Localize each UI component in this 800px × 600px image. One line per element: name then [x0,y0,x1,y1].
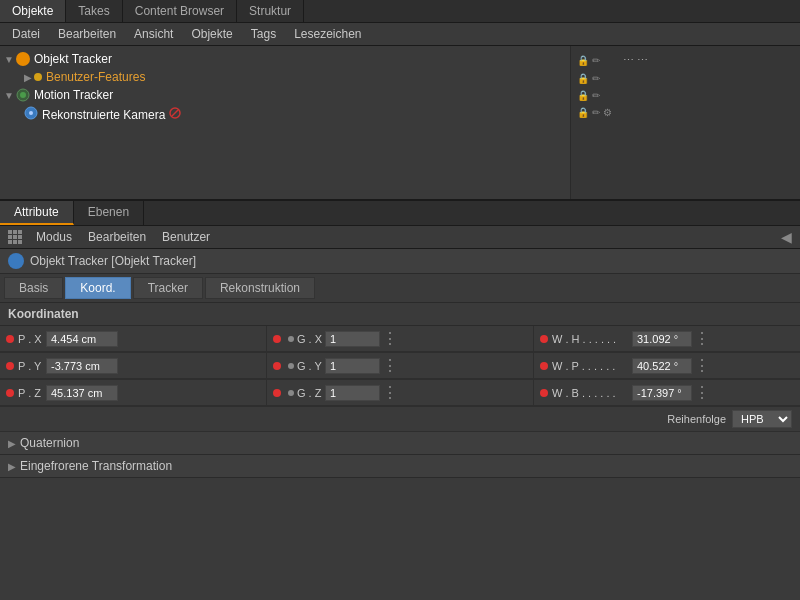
coord-gy: G . Y ⋮ [267,353,534,379]
tab-ebenen[interactable]: Ebenen [74,201,144,225]
expand-icon-3: ▼ [4,90,14,101]
rekonstruierte-kamera-icon [24,106,38,123]
action-icons-container: 🔒 ✏ ⋯ ⋯ 🔒 ✏ 🔒 ✏ 🔒 ✏ ⚙ [575,50,650,122]
stepper-gx[interactable]: ⋮ [382,329,398,348]
coord-input-wp[interactable] [632,358,692,374]
coord-dot-gx [273,335,281,343]
tree-actions-panel: 🔒 ✏ ⋯ ⋯ 🔒 ✏ 🔒 ✏ 🔒 ✏ ⚙ [570,46,800,199]
rekonstruierte-kamera-row-icons: 🔒 ✏ ⚙ [577,105,648,120]
expand-icon: ▼ [4,54,14,65]
svg-line-5 [172,110,178,116]
quaternion-label: Quaternion [20,436,79,450]
tab-struktur[interactable]: Struktur [237,0,304,22]
coord-input-py[interactable] [46,358,118,374]
motion-tracker-icon [16,88,30,102]
edit3-icon: ✏ [592,90,600,101]
tab-content-browser[interactable]: Content Browser [123,0,237,22]
collapse-arrow-icon[interactable]: ◀ [781,229,792,245]
eingefrorene-arrow-icon: ▶ [8,461,16,472]
tree-item-rekonstruierte-kamera[interactable]: Rekonstruierte Kamera [0,104,570,125]
tree-panel: ▼ Objekt Tracker ▶ Benutzer-Features ▼ M… [0,46,570,199]
object-tree: ▼ Objekt Tracker ▶ Benutzer-Features ▼ M… [0,46,800,201]
objekt-tracker-icon [16,52,30,66]
coord-label-py: P . Y [18,360,46,372]
coord-wb: W . B . . . . . . ⋮ [534,380,800,406]
menu-datei[interactable]: Datei [4,25,48,43]
obj-title-text: Objekt Tracker [Objekt Tracker] [30,254,196,268]
lock3-icon: 🔒 [577,90,589,101]
subtab-koord[interactable]: Koord. [65,277,130,299]
benutzer-features-label: Benutzer-Features [46,70,145,84]
coord-dot-wh [540,335,548,343]
coord-row-3: P . Z G . Z ⋮ W . B . . . . . . ⋮ [0,380,800,407]
lock4-icon: 🔒 [577,107,589,118]
subtab-rekonstruktion[interactable]: Rekonstruktion [205,277,315,299]
menu-objekte[interactable]: Objekte [183,25,240,43]
edit2-icon: ✏ [592,73,600,84]
stepper-gy[interactable]: ⋮ [382,356,398,375]
reihenfolge-select[interactable]: HPB PHB PBH BHP [732,410,792,428]
coord-input-pz[interactable] [46,385,118,401]
tree-item-objekt-tracker[interactable]: ▼ Objekt Tracker [0,50,570,68]
reihenfolge-row: Reihenfolge HPB PHB PBH BHP [0,407,800,432]
coord-dot-pz [6,389,14,397]
menu-bearbeiten[interactable]: Bearbeiten [50,25,124,43]
subtab-tracker[interactable]: Tracker [133,277,203,299]
stepper-gz[interactable]: ⋮ [382,383,398,402]
coord-dot-gy [273,362,281,370]
lock2-icon: 🔒 [577,73,589,84]
edit-icon: ✏ [592,55,600,66]
stepper-wp[interactable]: ⋮ [694,356,710,375]
coord-input-gx[interactable] [325,331,380,347]
tab-attribute[interactable]: Attribute [0,201,74,225]
coord-dot-wb [540,389,548,397]
coord-input-wh[interactable] [632,331,692,347]
attr-menu-bearbeiten[interactable]: Bearbeiten [80,228,154,246]
stepper-wb[interactable]: ⋮ [694,383,710,402]
gear-icon: ⚙ [603,107,612,118]
motion-tracker-label: Motion Tracker [34,88,113,102]
coord-input-wb[interactable] [632,385,692,401]
top-tab-bar: Objekte Takes Content Browser Struktur [0,0,800,23]
attr-tab-bar: Attribute Ebenen [0,201,800,226]
coord-dot-gz [273,389,281,397]
coord-input-gz[interactable] [325,385,380,401]
coord-py: P . Y [0,353,267,379]
sub-tab-bar: Basis Koord. Tracker Rekonstruktion [0,274,800,303]
coord-input-gy[interactable] [325,358,380,374]
tree-item-benutzer-features[interactable]: ▶ Benutzer-Features [0,68,570,86]
svg-point-3 [29,111,33,115]
attr-menu-modus[interactable]: Modus [28,228,80,246]
objekt-tracker-label: Objekt Tracker [34,52,112,66]
expand-icon-2: ▶ [24,72,32,83]
tab-objekte[interactable]: Objekte [0,0,66,22]
coord-dot-small-gz [288,390,294,396]
subtab-basis[interactable]: Basis [4,277,63,299]
menu-tags[interactable]: Tags [243,25,284,43]
menu-ansicht[interactable]: Ansicht [126,25,181,43]
stepper-wh[interactable]: ⋮ [694,329,710,348]
coord-label-pz: P . Z [18,387,46,399]
coord-label-wb: W . B . . . . . . [552,387,632,399]
coord-label-wp: W . P . . . . . . [552,360,632,372]
attr-menu-benutzer[interactable]: Benutzer [154,228,218,246]
svg-point-1 [20,92,26,98]
collapsible-eingefrorene[interactable]: ▶ Eingefrorene Transformation [0,455,800,478]
coord-input-px[interactable] [46,331,118,347]
coord-pz: P . Z [0,380,267,406]
coord-label-px: P . X [18,333,46,345]
objekt-tracker-row-icons: 🔒 ✏ ⋯ ⋯ [577,52,648,69]
attr-menu-bar: Modus Bearbeiten Benutzer ◀ [0,226,800,249]
collapsible-quaternion[interactable]: ▶ Quaternion [0,432,800,455]
tree-item-motion-tracker[interactable]: ▼ Motion Tracker [0,86,570,104]
coord-dot-px [6,335,14,343]
motion-tracker-row-icons: 🔒 ✏ [577,88,648,103]
coord-gz: G . Z ⋮ [267,380,534,406]
grid-menu-icon [8,230,22,244]
menu-lesezeichen[interactable]: Lesezeichen [286,25,369,43]
obj-title-icon [8,253,24,269]
rekonstruierte-kamera-label: Rekonstruierte Kamera [42,108,165,122]
motion-icon-1: ⋯ [623,54,634,67]
obj-title-bar: Objekt Tracker [Objekt Tracker] [0,249,800,274]
tab-takes[interactable]: Takes [66,0,122,22]
